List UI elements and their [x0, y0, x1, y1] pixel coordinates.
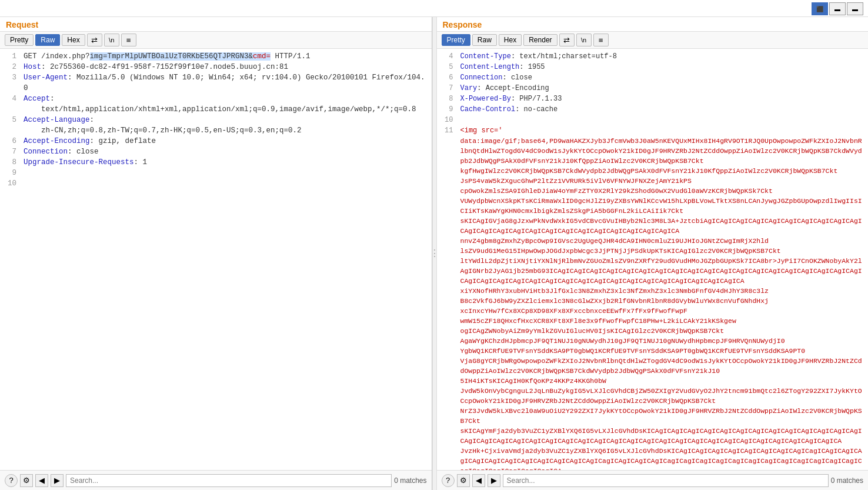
line-num-4: 4	[2, 94, 16, 115]
line-num-8: 8	[439, 94, 453, 104]
req-line-6: 6 Accept-Encoding: gzip, deflate	[0, 136, 432, 146]
res-raw-btn[interactable]: Raw	[472, 34, 497, 46]
line-content-11: <img src='	[460, 125, 866, 136]
line-num-11: 11	[439, 125, 453, 136]
req-line-9: 9	[0, 168, 432, 178]
res-prev-btn[interactable]: ◀	[472, 474, 485, 487]
line-content-1: GET /index.php?img=TmprMlpUWTBOalUzT0RKb…	[24, 51, 429, 62]
line-content-10	[24, 178, 429, 189]
req-line-1: 1 GET /index.php?img=TmprMlpUWTBOalUzT0R…	[0, 51, 432, 62]
res-line-10: 10	[437, 115, 869, 125]
res-line-11: 11 <img src='	[437, 125, 869, 136]
line-num-data	[439, 136, 453, 470]
line-num-3: 3	[2, 72, 16, 94]
res-render-btn[interactable]: Render	[523, 34, 557, 46]
line-content-6: Accept-Encoding: gzip, deflate	[24, 136, 429, 146]
res-line-data: data:image/gif;base64,PD9waHAKZXJyb3Jfcm…	[437, 136, 869, 470]
line-content-4: Content-Type: text/html;charset=utf-8	[460, 51, 866, 62]
line-num-9: 9	[2, 168, 16, 178]
response-content[interactable]: 4 Content-Type: text/html;charset=utf-8 …	[437, 49, 869, 470]
res-line-8: 8 X-Powered-By: PHP/7.1.33	[437, 94, 869, 104]
request-matches-label: 0 matches	[394, 476, 426, 485]
res-line-6: 6 Connection: close	[437, 72, 869, 83]
req-wrap-btn[interactable]: ⇄	[87, 34, 102, 46]
req-help-btn[interactable]: ?	[5, 474, 18, 487]
split-view-button[interactable]: ⬛	[812, 2, 828, 15]
app-container: ⬛ ▬ ▬ Request Pretty Raw Hex ⇄ \n ≡ 1	[0, 0, 868, 490]
panels-wrapper: Request Pretty Raw Hex ⇄ \n ≡ 1 GET /ind…	[0, 17, 868, 490]
response-matches-label: 0 matches	[831, 476, 863, 485]
req-line-2: 2 Host: 2c755360-dc82-4f91-958f-7152f99f…	[0, 62, 432, 72]
request-search-input[interactable]	[66, 474, 392, 487]
res-line-4: 4 Content-Type: text/html;charset=utf-8	[437, 51, 869, 62]
line-num-6: 6	[439, 72, 453, 83]
response-search-input[interactable]	[503, 474, 829, 487]
line-num-6: 6	[2, 136, 16, 146]
req-menu-btn[interactable]: ≡	[121, 34, 136, 46]
res-newline-btn[interactable]: \n	[576, 34, 592, 46]
req-hex-btn[interactable]: Hex	[62, 34, 85, 46]
res-pretty-btn[interactable]: Pretty	[442, 34, 470, 46]
line-content-10	[460, 115, 866, 125]
res-line-5: 5 Content-Length: 1955	[437, 62, 869, 72]
line-content-8: X-Powered-By: PHP/7.1.33	[460, 94, 866, 104]
response-toolbar: Pretty Raw Hex Render ⇄ \n ≡	[437, 31, 869, 49]
line-num-8: 8	[2, 157, 16, 168]
line-num-5: 5	[2, 115, 16, 136]
response-title: Response	[437, 17, 869, 31]
line-content-7: Connection: close	[24, 146, 429, 157]
req-line-7: 7 Connection: close	[0, 146, 432, 157]
line-content-3: User-Agent: Mozilla/5.0 (Windows NT 10.0…	[24, 72, 429, 94]
req-next-btn[interactable]: ▶	[51, 474, 64, 487]
view-button-group: ⬛ ▬ ▬	[812, 2, 863, 15]
line-content-9: Cache-Control: no-cache	[460, 104, 866, 115]
top-bar: ⬛ ▬ ▬	[0, 0, 868, 17]
line-content-4: Accept: text/html,application/xhtml+xml,…	[24, 94, 429, 115]
line-num-4: 4	[439, 51, 453, 62]
req-prev-btn[interactable]: ◀	[35, 474, 48, 487]
req-pretty-btn[interactable]: Pretty	[5, 34, 34, 46]
request-title: Request	[0, 17, 432, 31]
req-raw-btn[interactable]: Raw	[35, 34, 60, 46]
request-bottom-bar: ? ⚙ ◀ ▶ 0 matches	[0, 470, 432, 490]
line-num-9: 9	[439, 104, 453, 115]
line-content-5: Accept-Language: zh-CN,zh;q=0.8,zh-TW;q=…	[24, 115, 429, 136]
response-panel: Response Pretty Raw Hex Render ⇄ \n ≡ 4 …	[437, 17, 869, 490]
res-line-9: 9 Cache-Control: no-cache	[437, 104, 869, 115]
req-line-3: 3 User-Agent: Mozilla/5.0 (Windows NT 10…	[0, 72, 432, 94]
line-num-5: 5	[439, 62, 453, 72]
res-menu-btn[interactable]: ≡	[593, 34, 609, 46]
line-num-7: 7	[2, 146, 16, 157]
line-content-5: Content-Length: 1955	[460, 62, 866, 72]
line-num-1: 1	[2, 51, 16, 62]
left-view-button[interactable]: ▬	[829, 2, 846, 15]
req-line-5: 5 Accept-Language: zh-CN,zh;q=0.8,zh-TW;…	[0, 115, 432, 136]
line-num-2: 2	[2, 62, 16, 72]
panel-drag-handle[interactable]: ⋮	[432, 17, 437, 490]
line-content-2: Host: 2c755360-dc82-4f91-958f-7152f99f10…	[24, 62, 429, 72]
req-newline-btn[interactable]: \n	[104, 34, 119, 46]
res-next-btn[interactable]: ▶	[488, 474, 500, 487]
line-content-9	[24, 168, 429, 178]
res-hex-btn[interactable]: Hex	[499, 34, 522, 46]
line-content-7: Vary: Accept-Encoding	[460, 83, 866, 94]
req-line-10: 10	[0, 178, 432, 189]
line-num-10: 10	[439, 115, 453, 125]
res-wrap-btn[interactable]: ⇄	[559, 34, 575, 46]
line-content-data: data:image/gif;base64,PD9waHAKZXJyb3Jfcm…	[460, 136, 866, 470]
right-view-button[interactable]: ▬	[847, 2, 863, 15]
req-line-8: 8 Upgrade-Insecure-Requests: 1	[0, 157, 432, 168]
line-content-6: Connection: close	[460, 72, 866, 83]
request-toolbar: Pretty Raw Hex ⇄ \n ≡	[0, 31, 432, 49]
req-settings-btn[interactable]: ⚙	[20, 474, 33, 487]
response-bottom-bar: ? ⚙ ◀ ▶ 0 matches	[437, 470, 869, 490]
line-num-10: 10	[2, 178, 16, 189]
res-settings-btn[interactable]: ⚙	[457, 474, 470, 487]
res-line-7: 7 Vary: Accept-Encoding	[437, 83, 869, 94]
line-num-7: 7	[439, 83, 453, 94]
line-content-8: Upgrade-Insecure-Requests: 1	[24, 157, 429, 168]
request-content[interactable]: 1 GET /index.php?img=TmprMlpUWTBOalUzT0R…	[0, 49, 432, 470]
req-line-4: 4 Accept: text/html,application/xhtml+xm…	[0, 94, 432, 115]
res-help-btn[interactable]: ?	[442, 474, 455, 487]
request-panel: Request Pretty Raw Hex ⇄ \n ≡ 1 GET /ind…	[0, 17, 432, 490]
